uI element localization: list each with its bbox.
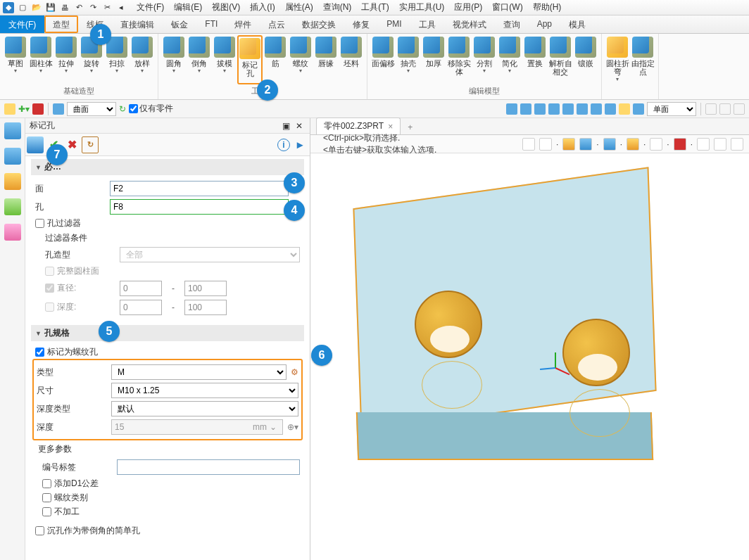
panel-close-icon[interactable]: ✕ [293,121,306,131]
tab-mold[interactable]: 模具 [560,15,594,33]
qat-open-icon[interactable]: 📂 [31,2,42,13]
vt-i8[interactable] [674,138,686,151]
vt-i7[interactable] [650,138,662,151]
vt-i5[interactable] [603,138,616,151]
rbtn-split[interactable]: 分割▾ [472,35,497,84]
qat-undo-icon[interactable]: ↶ [73,2,84,13]
tb-pick-icon[interactable] [4,103,15,115]
tab-app2[interactable]: App [529,15,560,33]
tb-i2[interactable] [520,103,531,115]
menu-utils[interactable]: 实用工具(U) [395,0,449,15]
rbtn-draft[interactable]: 拔模▾ [212,35,237,84]
vt-i2[interactable] [539,138,552,151]
vt-i9[interactable] [697,138,710,151]
tab-directedit[interactable]: 直接编辑 [112,15,163,33]
tb-i6[interactable] [577,103,588,115]
leftnav-user-icon[interactable] [4,224,21,241]
rbtn-stock[interactable]: 坯料 [339,35,364,84]
rbtn-sketch[interactable]: 草图▾ [3,35,28,84]
select-size[interactable]: M10 x 1.25 [111,383,298,398]
rbtn-inlay[interactable]: 镶嵌 [573,35,598,84]
input-face[interactable] [110,181,289,196]
rbtn-chamfer[interactable]: 倒角▾ [187,35,212,84]
tab-file[interactable]: 文件(F) [0,15,44,33]
tab-sheetmetal[interactable]: 钣金 [163,15,196,33]
vt-i4[interactable] [579,138,592,151]
tb-i10[interactable] [633,103,644,115]
triad-icon[interactable] [541,347,569,375]
input-hole[interactable] [110,199,289,215]
panel-undock-icon[interactable]: ▣ [279,121,293,131]
qat-print-icon[interactable]: 🖶 [59,2,70,13]
tb-single-select[interactable]: 单面 [647,102,696,116]
tb-onlypart-check[interactable]: 仅有零件 [129,103,173,115]
leftnav-view-icon[interactable] [4,198,21,215]
vt-i6[interactable] [627,138,639,151]
section-required[interactable]: 必… [31,159,304,175]
rbtn-sweep[interactable]: 扫掠▾ [104,35,130,84]
canvas-3d[interactable] [310,153,749,560]
input-numlabel[interactable] [117,459,300,475]
tab-query2[interactable]: 查询 [495,15,529,33]
rbtn-thread[interactable]: 螺纹▾ [288,35,313,84]
tb-i8[interactable] [605,103,616,115]
menu-query[interactable]: 查询(N) [319,0,356,15]
rbtn-simplify[interactable]: 简化▾ [497,35,522,84]
rbtn-cylbend[interactable]: 圆柱折弯▾ [605,35,630,98]
vt-i1[interactable] [522,138,535,151]
select-type[interactable]: M [111,364,287,380]
rbtn-lip[interactable]: 唇缘 [313,35,339,84]
tb-i3[interactable] [534,103,546,115]
rbtn-offset[interactable]: 面偏移 [370,35,396,84]
qat-save-icon[interactable]: 💾 [45,2,56,13]
menu-edit[interactable]: 编辑(E) [170,0,206,15]
leftnav-layer-icon[interactable] [4,148,21,165]
qat-more-icon[interactable]: ◂ [115,2,127,13]
tb-i4[interactable] [548,103,560,115]
doc-button[interactable] [27,136,44,153]
tb-i12[interactable] [719,103,731,115]
chk-nomachine[interactable] [42,507,51,516]
tb-i11[interactable] [705,103,717,115]
tab-pmi[interactable]: PMI [378,15,410,33]
rbtn-rib[interactable]: 筋 [263,35,288,84]
type-aux-icon[interactable]: ⚙ [291,367,298,377]
tab-exchange[interactable]: 数据交换 [294,15,344,33]
qat-cut-icon[interactable]: ✂ [101,2,113,13]
tb-plus-icon[interactable]: ✚▾ [18,104,30,114]
tab-fti[interactable]: FTI [196,15,226,33]
tb-i13[interactable] [734,103,745,115]
rbtn-shell[interactable]: 抽壳▾ [396,35,421,84]
depth-aux-icon[interactable]: ⊕▾ [287,422,298,432]
rbtn-markhole[interactable]: 标记孔 [237,35,263,84]
tab-pointcloud[interactable]: 点云 [260,15,294,33]
menu-tools[interactable]: 工具(T) [357,0,393,15]
info-button[interactable]: i [277,139,290,151]
reset-button[interactable]: ↻ [82,136,99,153]
menu-file[interactable]: 文件(F) [132,0,168,15]
vt-i10[interactable] [714,138,726,151]
tb-i7[interactable] [591,103,602,115]
tab-weld[interactable]: 焊件 [226,15,260,33]
chk-markthread[interactable] [35,348,44,357]
tb-i5[interactable] [562,103,574,115]
menu-view[interactable]: 视图(V) [208,0,244,15]
rbtn-removebody[interactable]: 移除实体 [446,35,472,84]
vt-i11[interactable] [731,138,743,151]
section-spec[interactable]: 孔规格 [31,325,304,341]
rbtn-fillet[interactable]: 圆角▾ [161,35,187,84]
tb-grid-icon[interactable] [32,103,44,115]
rbtn-selfint[interactable]: 解析自相交 [548,35,573,84]
help-button[interactable]: ▸ [291,136,308,153]
leftnav-material-icon[interactable] [4,173,21,190]
tab-visualstyle[interactable]: 视觉样式 [444,15,495,33]
menu-help[interactable]: 帮助(H) [529,0,566,15]
chk-threadclass[interactable] [42,493,51,502]
rbtn-extrude[interactable]: 拉伸▾ [54,35,79,84]
rbtn-replace[interactable]: 置换 [522,35,548,84]
select-depthtype[interactable]: 默认 [111,401,298,416]
tab-repair[interactable]: 修复 [344,15,378,33]
app-icon[interactable]: ◆ [3,2,14,13]
menu-window[interactable]: 窗口(W) [488,0,527,15]
qat-redo-icon[interactable]: ↷ [87,2,99,13]
